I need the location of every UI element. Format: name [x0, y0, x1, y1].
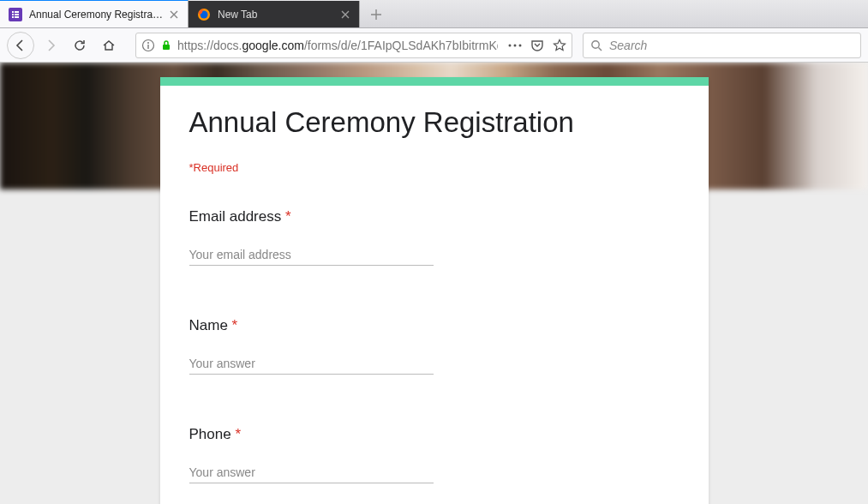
- back-button[interactable]: [7, 32, 34, 59]
- name-input[interactable]: [189, 353, 434, 375]
- svg-rect-11: [147, 45, 148, 49]
- svg-point-16: [592, 40, 599, 47]
- url-text: https://docs.google.com/forms/d/e/1FAIpQ…: [177, 39, 498, 52]
- forms-favicon-icon: [9, 8, 22, 21]
- search-bar[interactable]: Search: [583, 33, 861, 58]
- svg-point-15: [519, 44, 522, 46]
- search-placeholder: Search: [609, 39, 647, 52]
- close-icon[interactable]: [338, 8, 352, 21]
- svg-rect-2: [15, 11, 19, 13]
- home-button[interactable]: [96, 33, 122, 58]
- svg-point-13: [509, 44, 512, 46]
- url-bar[interactable]: https://docs.google.com/forms/d/e/1FAIpQ…: [135, 33, 572, 58]
- lock-icon[interactable]: [160, 39, 172, 51]
- info-icon[interactable]: [141, 39, 155, 52]
- star-icon[interactable]: [553, 39, 566, 52]
- field-name: Name *: [189, 317, 679, 375]
- svg-point-14: [514, 44, 517, 46]
- tab-new-tab[interactable]: New Tab: [189, 1, 360, 27]
- svg-rect-5: [12, 16, 14, 18]
- search-icon: [590, 39, 602, 51]
- phone-input[interactable]: [189, 462, 434, 483]
- svg-rect-1: [12, 11, 14, 13]
- tab-title: New Tab: [218, 9, 335, 21]
- required-note: *Required: [189, 161, 679, 174]
- tab-annual-ceremony[interactable]: Annual Ceremony Registration: [0, 0, 189, 27]
- field-label: Email address *: [189, 208, 679, 225]
- page-content: Annual Ceremony Registration *Required E…: [0, 63, 868, 504]
- nav-bar: https://docs.google.com/forms/d/e/1FAIpQ…: [0, 28, 868, 63]
- form-card: Annual Ceremony Registration *Required E…: [160, 77, 709, 504]
- tab-bar: Annual Ceremony Registration New Tab: [0, 0, 868, 28]
- new-tab-button[interactable]: [363, 2, 389, 27]
- close-icon[interactable]: [167, 8, 181, 21]
- form-title: Annual Ceremony Registration: [189, 106, 679, 139]
- email-input[interactable]: [189, 244, 434, 266]
- tab-title: Annual Ceremony Registration: [29, 9, 164, 21]
- field-label: Name *: [189, 317, 679, 334]
- svg-rect-4: [15, 14, 19, 15]
- pocket-icon[interactable]: [530, 39, 544, 52]
- firefox-favicon-icon: [197, 8, 211, 21]
- field-email: Email address *: [189, 208, 679, 266]
- svg-rect-12: [163, 45, 170, 50]
- reload-button[interactable]: [67, 33, 93, 58]
- field-phone: Phone *: [189, 426, 679, 483]
- forward-button[interactable]: [38, 33, 63, 58]
- svg-point-10: [147, 42, 149, 44]
- field-label: Phone *: [189, 426, 679, 443]
- svg-rect-3: [12, 14, 14, 15]
- svg-rect-6: [15, 16, 19, 18]
- more-icon[interactable]: [508, 44, 522, 47]
